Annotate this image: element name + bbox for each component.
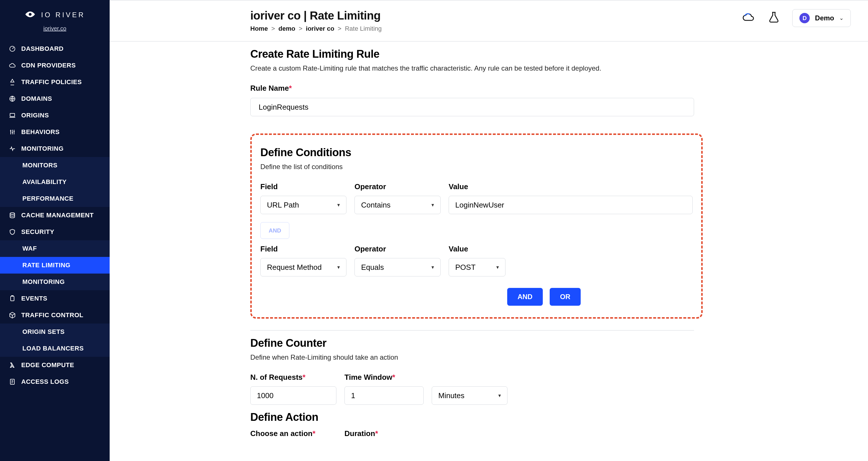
sidebar-item-label: DOMAINS [21,95,52,102]
field-select[interactable]: URL Path▾ [260,196,346,214]
sidebar-item-label: EVENTS [21,295,48,302]
sidebar-item-traffic-control[interactable]: TRAFFIC CONTROL [0,307,110,324]
duration-col: Duration* [344,429,424,438]
section-desc: Define when Rate-Limiting should take an… [250,354,851,361]
time-window-label: Time Window* [344,373,424,382]
topbar: ioriver co | Rate Limiting Home> demo> i… [110,1,868,32]
operator-header: Operator [354,245,441,253]
operator-select[interactable]: Equals▾ [354,258,441,276]
sidebar-item-label: EDGE COMPUTE [21,361,74,369]
breadcrumb-item-current: Rate Limiting [345,25,381,32]
sidebar-item-load-balancers[interactable]: LOAD BALANCERS [0,340,110,357]
sidebar-item-traffic-policies[interactable]: TRAFFIC POLICIES [0,74,110,90]
time-window-input[interactable] [344,387,424,405]
section-title: Define Action [250,411,851,423]
logo-icon [24,9,36,21]
sidebar-item-monitoring[interactable]: MONITORING [0,141,110,157]
sidebar-item-performance[interactable]: PERFORMANCE [0,190,110,207]
cloud-status-icon[interactable] [742,11,755,26]
n-requests-input[interactable] [250,387,336,405]
rule-name-input[interactable] [250,98,694,116]
flask-icon[interactable] [767,11,781,26]
breadcrumb-item[interactable]: demo [278,25,296,32]
section-title: Define Counter [250,337,851,349]
value-col: Value [448,182,693,214]
sidebar-item-waf[interactable]: WAF [0,240,110,257]
sidebar-item-edge-compute[interactable]: EDGE COMPUTE [0,357,110,373]
sidebar-item-availability[interactable]: AVAILABILITY [0,174,110,190]
chevron-down-icon: ▾ [431,264,434,270]
section-title: Create Rate Limiting Rule [250,48,851,60]
sidebar: IO RIVER ioriver.co DASHBOARD CDN PROVID… [0,0,110,461]
sidebar-item-origins[interactable]: ORIGINS [0,107,110,124]
action-row: Choose an action* Duration* [250,429,851,438]
value-header: Value [448,245,505,253]
user-menu[interactable]: D Demo ⌄ [792,9,851,27]
counter-row: N. of Requests* Time Window* Minutes▾ [250,373,851,405]
sidebar-item-security[interactable]: SECURITY [0,224,110,240]
condition-row: Field Request Method▾ Operator Equals▾ V… [260,245,693,276]
svg-rect-4 [11,296,14,301]
value-select[interactable]: POST▾ [448,258,505,276]
operator-col: Operator Contains▾ [354,182,441,214]
shield-icon [9,228,16,236]
sidebar-item-cache-management[interactable]: CACHE MANAGEMENT [0,207,110,224]
field-col: Field Request Method▾ [260,245,346,276]
sidebar-item-label: LOAD BALANCERS [22,345,84,352]
operator-header: Operator [354,182,441,191]
condition-row: Field URL Path▾ Operator Contains▾ Value [260,182,693,214]
operator-select[interactable]: Contains▾ [354,196,441,214]
or-button[interactable]: OR [550,288,581,306]
sidebar-item-label: WAF [22,245,37,252]
field-col: Field URL Path▾ [260,182,346,214]
time-window-col: Time Window* [344,373,424,405]
field-select[interactable]: Request Method▾ [260,258,346,276]
chevron-down-icon: ▾ [498,392,501,399]
lambda-icon [9,361,16,369]
rule-name-label: Rule Name* [250,84,851,93]
tenant-link[interactable]: ioriver.co [43,25,66,32]
sidebar-item-origin-sets[interactable]: ORIGIN SETS [0,324,110,340]
sidebar-item-domains[interactable]: DOMAINS [0,90,110,107]
main: ioriver co | Rate Limiting Home> demo> i… [110,0,868,461]
sidebar-item-security-monitoring[interactable]: MONITORING [0,274,110,290]
spacer [432,373,507,382]
logo[interactable]: IO RIVER [24,9,85,21]
section-title: Define Conditions [260,146,693,159]
sidebar-item-events[interactable]: EVENTS [0,290,110,307]
value-input[interactable] [448,196,693,214]
sidebar-item-access-logs[interactable]: ACCESS LOGS [0,373,110,390]
value-header: Value [448,182,693,191]
and-button[interactable]: AND [507,288,543,306]
time-unit-select[interactable]: Minutes▾ [432,387,507,405]
breadcrumb-item[interactable]: ioriver co [306,25,334,32]
logo-text: IO RIVER [41,11,85,19]
heartbeat-icon [9,145,16,152]
conditions-section: Define Conditions Define the list of con… [250,133,703,319]
sidebar-item-monitors[interactable]: MONITORS [0,157,110,174]
cloud-icon [9,62,16,69]
chevron-down-icon: ▾ [431,202,434,208]
sidebar-item-label: ACCESS LOGS [21,378,69,386]
svg-rect-2 [10,113,14,117]
user-name: Demo [815,14,834,22]
sidebar-item-label: MONITORS [22,162,57,169]
sidebar-item-label: CDN PROVIDERS [21,62,76,69]
chevron-down-icon: ▾ [337,202,340,208]
breadcrumb-item[interactable]: Home [250,25,268,32]
nav: DASHBOARD CDN PROVIDERS TRAFFIC POLICIES… [0,40,110,390]
action-section: Define Action Choose an action* Duration… [250,405,851,438]
section-desc: Create a custom Rate-Limiting rule that … [250,64,851,72]
gauge-icon [9,45,16,53]
sidebar-item-behaviors[interactable]: BEHAVIORS [0,124,110,141]
counter-section: Define Counter Define when Rate-Limiting… [250,331,851,405]
sidebar-item-dashboard[interactable]: DASHBOARD [0,40,110,57]
sidebar-item-label: DASHBOARD [21,45,64,53]
page-title: ioriver co | Rate Limiting [250,9,382,22]
sidebar-item-label: TRAFFIC POLICIES [21,79,82,86]
topbar-actions: D Demo ⌄ [742,9,851,27]
sidebar-item-rate-limiting[interactable]: RATE LIMITING [0,257,110,274]
chevron-down-icon: ▾ [496,264,499,270]
sidebar-item-cdn-providers[interactable]: CDN PROVIDERS [0,57,110,74]
log-icon [9,378,16,386]
